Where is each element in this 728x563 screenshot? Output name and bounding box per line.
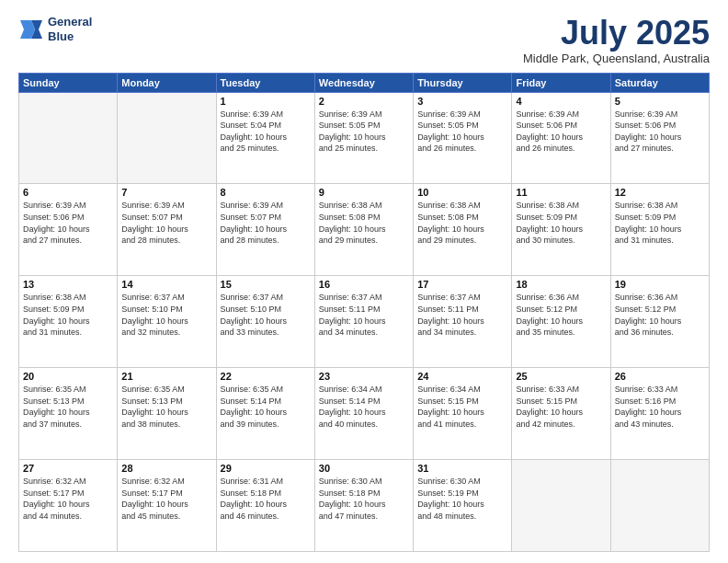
calendar-cell (19, 92, 118, 184)
day-number: 29 (221, 463, 311, 474)
header: General Blue July 2025 Middle Park, Quee… (18, 15, 710, 65)
calendar-cell: 22Sunrise: 6:35 AM Sunset: 5:14 PM Dayli… (216, 368, 314, 460)
day-info: Sunrise: 6:39 AM Sunset: 5:06 PM Dayligh… (615, 109, 705, 155)
title-block: July 2025 Middle Park, Queensland, Austr… (523, 15, 710, 65)
day-info: Sunrise: 6:38 AM Sunset: 5:09 PM Dayligh… (615, 200, 705, 246)
day-info: Sunrise: 6:39 AM Sunset: 5:04 PM Dayligh… (221, 109, 311, 155)
day-number: 20 (23, 371, 113, 382)
day-number: 19 (615, 279, 705, 290)
calendar-cell: 11Sunrise: 6:38 AM Sunset: 5:09 PM Dayli… (512, 184, 610, 276)
day-number: 18 (516, 279, 606, 290)
calendar-cell: 18Sunrise: 6:36 AM Sunset: 5:12 PM Dayli… (512, 276, 610, 368)
calendar-cell: 31Sunrise: 6:30 AM Sunset: 5:19 PM Dayli… (414, 460, 512, 552)
logo-icon (18, 17, 44, 42)
day-info: Sunrise: 6:39 AM Sunset: 5:06 PM Dayligh… (23, 200, 113, 246)
day-info: Sunrise: 6:38 AM Sunset: 5:09 PM Dayligh… (516, 200, 606, 246)
day-number: 23 (319, 371, 409, 382)
week-row-5: 27Sunrise: 6:32 AM Sunset: 5:17 PM Dayli… (19, 460, 710, 552)
week-row-3: 13Sunrise: 6:38 AM Sunset: 5:09 PM Dayli… (19, 276, 710, 368)
calendar-cell: 14Sunrise: 6:37 AM Sunset: 5:10 PM Dayli… (118, 276, 216, 368)
day-number: 15 (221, 279, 311, 290)
day-info: Sunrise: 6:35 AM Sunset: 5:14 PM Dayligh… (221, 384, 311, 430)
day-number: 31 (417, 463, 507, 474)
day-number: 2 (319, 96, 409, 107)
day-number: 22 (221, 371, 311, 382)
day-info: Sunrise: 6:37 AM Sunset: 5:11 PM Dayligh… (417, 292, 507, 338)
day-info: Sunrise: 6:31 AM Sunset: 5:18 PM Dayligh… (221, 476, 311, 522)
day-info: Sunrise: 6:39 AM Sunset: 5:06 PM Dayligh… (516, 109, 606, 155)
day-info: Sunrise: 6:39 AM Sunset: 5:07 PM Dayligh… (221, 200, 311, 246)
col-header-monday: Monday (118, 73, 216, 92)
calendar-cell (512, 460, 610, 552)
day-info: Sunrise: 6:39 AM Sunset: 5:07 PM Dayligh… (121, 200, 211, 246)
day-info: Sunrise: 6:35 AM Sunset: 5:13 PM Dayligh… (121, 384, 211, 430)
week-row-1: 1Sunrise: 6:39 AM Sunset: 5:04 PM Daylig… (19, 92, 710, 184)
day-info: Sunrise: 6:37 AM Sunset: 5:11 PM Dayligh… (319, 292, 409, 338)
day-info: Sunrise: 6:38 AM Sunset: 5:08 PM Dayligh… (319, 200, 409, 246)
calendar-cell: 19Sunrise: 6:36 AM Sunset: 5:12 PM Dayli… (610, 276, 709, 368)
day-number: 21 (121, 371, 211, 382)
day-number: 28 (121, 463, 211, 474)
calendar-cell: 25Sunrise: 6:33 AM Sunset: 5:15 PM Dayli… (512, 368, 610, 460)
calendar-cell: 20Sunrise: 6:35 AM Sunset: 5:13 PM Dayli… (19, 368, 118, 460)
day-info: Sunrise: 6:37 AM Sunset: 5:10 PM Dayligh… (121, 292, 211, 338)
logo: General Blue (18, 15, 92, 43)
day-number: 1 (221, 96, 311, 107)
day-info: Sunrise: 6:30 AM Sunset: 5:18 PM Dayligh… (319, 476, 409, 522)
day-number: 3 (417, 96, 507, 107)
day-info: Sunrise: 6:37 AM Sunset: 5:10 PM Dayligh… (221, 292, 311, 338)
day-info: Sunrise: 6:38 AM Sunset: 5:09 PM Dayligh… (23, 292, 113, 338)
calendar-cell: 10Sunrise: 6:38 AM Sunset: 5:08 PM Dayli… (414, 184, 512, 276)
calendar-cell: 27Sunrise: 6:32 AM Sunset: 5:17 PM Dayli… (19, 460, 118, 552)
day-number: 13 (23, 279, 113, 290)
calendar-cell: 17Sunrise: 6:37 AM Sunset: 5:11 PM Dayli… (414, 276, 512, 368)
calendar-cell: 4Sunrise: 6:39 AM Sunset: 5:06 PM Daylig… (512, 92, 610, 184)
col-header-sunday: Sunday (19, 73, 118, 92)
day-info: Sunrise: 6:34 AM Sunset: 5:15 PM Dayligh… (417, 384, 507, 430)
calendar-header-row: SundayMondayTuesdayWednesdayThursdayFrid… (19, 73, 710, 92)
calendar-cell: 9Sunrise: 6:38 AM Sunset: 5:08 PM Daylig… (314, 184, 413, 276)
calendar-cell: 12Sunrise: 6:38 AM Sunset: 5:09 PM Dayli… (610, 184, 709, 276)
day-info: Sunrise: 6:33 AM Sunset: 5:15 PM Dayligh… (516, 384, 606, 430)
calendar-cell: 1Sunrise: 6:39 AM Sunset: 5:04 PM Daylig… (216, 92, 314, 184)
calendar-cell: 26Sunrise: 6:33 AM Sunset: 5:16 PM Dayli… (610, 368, 709, 460)
day-number: 26 (615, 371, 705, 382)
calendar-cell: 30Sunrise: 6:30 AM Sunset: 5:18 PM Dayli… (314, 460, 413, 552)
logo-text: General Blue (48, 15, 92, 43)
calendar-cell: 13Sunrise: 6:38 AM Sunset: 5:09 PM Dayli… (19, 276, 118, 368)
calendar-cell: 3Sunrise: 6:39 AM Sunset: 5:05 PM Daylig… (414, 92, 512, 184)
location: Middle Park, Queensland, Australia (523, 52, 710, 65)
col-header-saturday: Saturday (610, 73, 709, 92)
day-info: Sunrise: 6:30 AM Sunset: 5:19 PM Dayligh… (417, 476, 507, 522)
calendar-cell: 16Sunrise: 6:37 AM Sunset: 5:11 PM Dayli… (314, 276, 413, 368)
day-number: 6 (23, 187, 113, 198)
col-header-tuesday: Tuesday (216, 73, 314, 92)
day-number: 4 (516, 96, 606, 107)
day-number: 24 (417, 371, 507, 382)
calendar-cell (610, 460, 709, 552)
calendar-cell: 23Sunrise: 6:34 AM Sunset: 5:14 PM Dayli… (314, 368, 413, 460)
day-info: Sunrise: 6:34 AM Sunset: 5:14 PM Dayligh… (319, 384, 409, 430)
col-header-wednesday: Wednesday (314, 73, 413, 92)
page: General Blue July 2025 Middle Park, Quee… (0, 0, 728, 563)
day-number: 30 (319, 463, 409, 474)
calendar-cell: 21Sunrise: 6:35 AM Sunset: 5:13 PM Dayli… (118, 368, 216, 460)
day-number: 14 (121, 279, 211, 290)
calendar-cell (118, 92, 216, 184)
calendar-cell: 28Sunrise: 6:32 AM Sunset: 5:17 PM Dayli… (118, 460, 216, 552)
day-info: Sunrise: 6:32 AM Sunset: 5:17 PM Dayligh… (121, 476, 211, 522)
week-row-2: 6Sunrise: 6:39 AM Sunset: 5:06 PM Daylig… (19, 184, 710, 276)
day-info: Sunrise: 6:32 AM Sunset: 5:17 PM Dayligh… (23, 476, 113, 522)
day-info: Sunrise: 6:35 AM Sunset: 5:13 PM Dayligh… (23, 384, 113, 430)
day-number: 16 (319, 279, 409, 290)
day-number: 12 (615, 187, 705, 198)
day-number: 8 (221, 187, 311, 198)
day-info: Sunrise: 6:39 AM Sunset: 5:05 PM Dayligh… (417, 109, 507, 155)
day-number: 5 (615, 96, 705, 107)
day-number: 10 (417, 187, 507, 198)
day-info: Sunrise: 6:39 AM Sunset: 5:05 PM Dayligh… (319, 109, 409, 155)
day-number: 25 (516, 371, 606, 382)
day-info: Sunrise: 6:33 AM Sunset: 5:16 PM Dayligh… (615, 384, 705, 430)
day-number: 11 (516, 187, 606, 198)
month-title: July 2025 (523, 15, 710, 52)
